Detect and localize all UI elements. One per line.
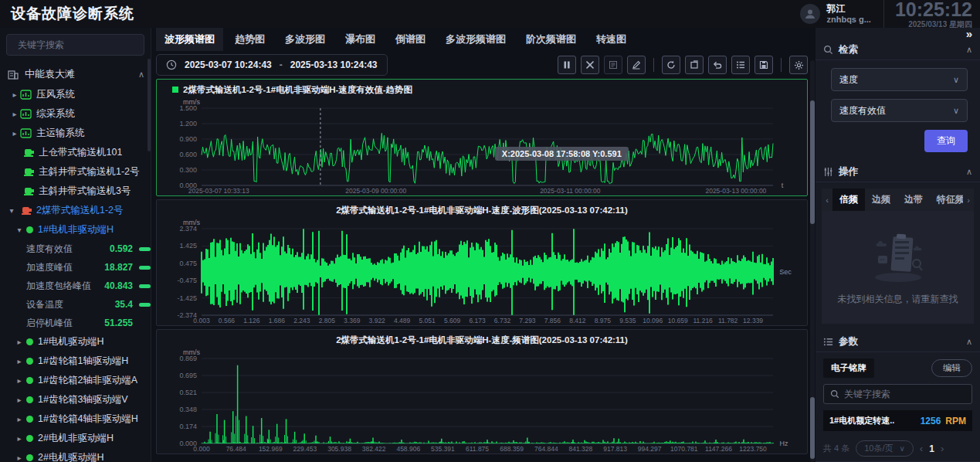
tree-system-node[interactable]: ▸ 压风系统	[0, 85, 151, 104]
metric-type-select[interactable]: 速度有效值 ∨	[831, 99, 968, 122]
edit-button[interactable]: 编辑	[931, 359, 972, 377]
trend-chart-plot[interactable]: 1.5001.2000.9000.6000.3000.000mm/s2025-0…	[160, 97, 804, 195]
avatar	[800, 4, 820, 24]
chart-type-tab[interactable]: 波形频谱图	[156, 28, 223, 51]
expand-arrow-icon[interactable]: ▸	[14, 396, 25, 404]
tree-sensor-node[interactable]: ▸ 1#齿轮箱3轴驱动端V	[0, 390, 151, 409]
operate-section-header[interactable]: 操作 ∧	[816, 161, 980, 182]
main-scrollbar[interactable]	[810, 60, 815, 462]
refresh-button[interactable]	[662, 56, 680, 74]
param-section-header[interactable]: 参数 ∧	[816, 331, 980, 352]
expand-arrow-icon[interactable]: ▸	[14, 338, 25, 346]
collapse-chevron-icon[interactable]: ∧	[966, 337, 972, 347]
metric-row[interactable]: 速度有效值 0.592	[0, 239, 151, 258]
tree-sensor-node[interactable]: ▸ 1#齿轮箱4轴非驱动端H	[0, 409, 151, 429]
svg-text:12.339: 12.339	[743, 317, 763, 324]
frequency-tab[interactable]: 边频	[865, 189, 897, 211]
pencil-annotate-button[interactable]	[627, 56, 646, 74]
spectrum-chart-plot[interactable]: 0.8690.6950.5210.3480.1740.000mm/s0.0007…	[160, 347, 804, 454]
chart-type-tabs: 波形频谱图 趋势图 多波形图 瀑布图 倒谱图 多波形频谱图 阶次频谱图 转速图	[156, 28, 808, 51]
collapse-chevron-icon[interactable]: ∧	[966, 167, 972, 177]
query-button[interactable]: 查询	[924, 130, 968, 152]
param-row[interactable]: 1#电机额定转速.. 1256 RPM	[823, 410, 972, 431]
waveform-chart-plot[interactable]: 2.3741.4250.475-0.475-1.425-2.374mm/s0.0…	[160, 217, 804, 325]
search-section-header[interactable]: 检索 ∧	[816, 39, 980, 60]
page-size-select[interactable]: 10条/页 ∨	[856, 440, 914, 457]
param-search-input[interactable]	[844, 389, 965, 399]
expand-arrow-icon[interactable]: ▸	[9, 90, 20, 99]
prev-page-button[interactable]: ‹	[920, 443, 923, 454]
tree-sensor-node[interactable]: ▸ 1#齿轮箱2轴非驱动端A	[0, 371, 151, 390]
tabs-scroll-left[interactable]: ‹	[822, 195, 832, 205]
expand-arrow-icon[interactable]: ▸	[14, 434, 25, 443]
frequency-tab[interactable]: 倍频	[832, 189, 865, 211]
tree-sensor-node[interactable]: ▸ 1#齿轮箱1轴驱动端H	[0, 352, 151, 371]
metric-row[interactable]: 启停机峰值 51.255	[0, 314, 151, 332]
collapse-chevron-icon[interactable]: ∧	[966, 45, 972, 55]
save-button[interactable]	[754, 56, 773, 74]
system-icon	[20, 90, 32, 100]
chart-type-tab[interactable]: 倒谱图	[387, 28, 434, 51]
pause-button[interactable]	[558, 56, 576, 74]
tree-device-node[interactable]: 主斜井带式输送机1-2号	[0, 162, 151, 182]
expand-arrow-icon[interactable]: ▾	[14, 226, 25, 234]
tree-root-node[interactable]: 中能袁大滩 ∧	[0, 63, 151, 85]
tree-sensor-node-selected[interactable]: ▾ 1#电机非驱动端H	[0, 220, 151, 239]
sidebar-scrollbar[interactable]	[148, 59, 151, 151]
metric-row[interactable]: 加速度包络峰值 40.843	[0, 277, 151, 295]
tree-sensor-node[interactable]: ▸ 2#电机非驱动端H	[0, 429, 151, 448]
mark-list-button[interactable]	[604, 56, 622, 74]
scrollbar-thumb[interactable]	[810, 100, 815, 224]
tree-system-node[interactable]: ▸ 主运输系统	[0, 124, 151, 143]
chart-type-tab[interactable]: 阶次频谱图	[517, 28, 585, 51]
user-info[interactable]: 郭江 znhbqs g...	[800, 3, 870, 25]
tree-system-node[interactable]: ▸ 综采系统	[0, 104, 151, 124]
tabs-scroll-right[interactable]: ›	[963, 195, 974, 205]
expand-arrow-icon[interactable]: ▸	[9, 129, 20, 138]
metric-trend-bar	[139, 303, 151, 307]
param-rows: 1#电机额定转速.. 1256 RPM	[823, 410, 972, 431]
frequency-tab[interactable]: 特征频率	[930, 189, 963, 211]
expand-arrow-icon[interactable]: ▸	[14, 415, 25, 423]
collapse-chevron-icon[interactable]: ∧	[138, 70, 144, 80]
chart-type-tab[interactable]: 转速图	[588, 28, 635, 51]
svg-text:688.359: 688.359	[500, 445, 524, 453]
expand-arrow-icon[interactable]: ▸	[9, 110, 20, 118]
tree-device-node-selected[interactable]: ▾ 2煤带式输送机1-2号	[0, 201, 151, 220]
chart-type-tab[interactable]: 多波形频谱图	[437, 28, 514, 51]
sidebar-search[interactable]	[6, 34, 144, 56]
chart-type-tab[interactable]: 瀑布图	[337, 28, 384, 51]
expand-arrow-icon[interactable]: ▸	[14, 357, 25, 365]
close-crosshair-button[interactable]	[581, 56, 599, 74]
next-page-button[interactable]: ›	[941, 443, 944, 454]
svg-text:5.051: 5.051	[419, 317, 436, 324]
date-range-picker[interactable]: 2025-03-07 10:24:43 - 2025-03-13 10:24:4…	[156, 54, 388, 76]
scrollbar-thumb[interactable]	[810, 397, 815, 459]
zoom-box-button[interactable]	[685, 56, 704, 74]
panel-collapse-icon[interactable]: »	[966, 28, 972, 39]
data-list-button[interactable]	[731, 56, 750, 74]
expand-arrow-icon[interactable]: ▸	[14, 376, 25, 385]
chart-type-tab[interactable]: 多波形图	[276, 28, 334, 51]
expand-arrow-icon[interactable]: ▾	[6, 206, 17, 215]
tree-device-node[interactable]: 主斜井带式输送机3号	[0, 182, 151, 201]
param-search[interactable]	[823, 384, 972, 404]
gear-settings-button[interactable]	[789, 56, 808, 74]
signal-type-select[interactable]: 速度 ∨	[831, 68, 968, 91]
nameplate-tab[interactable]: 电子铭牌	[823, 358, 874, 378]
tree-sensor-node[interactable]: ▸ 2#电机驱动端H	[0, 448, 151, 462]
metric-row[interactable]: 设备温度 35.4	[0, 295, 151, 314]
search-section-title: 检索	[839, 43, 961, 56]
frequency-tab[interactable]: 边带	[897, 189, 930, 211]
metric-row[interactable]: 加速度峰值 18.827	[0, 258, 151, 277]
main-layout: 中能袁大滩 ∧ ▸ 压风系统	[0, 28, 980, 462]
chart-type-tab[interactable]: 趋势图	[226, 28, 273, 51]
system-icon	[20, 128, 32, 138]
tree-device-node[interactable]: 上仓带式输送机101	[0, 143, 151, 162]
sidebar-search-input[interactable]	[18, 39, 137, 50]
svg-text:4.489: 4.489	[394, 317, 411, 324]
expand-arrow-icon[interactable]: ▸	[14, 454, 25, 462]
tree-sensor-node[interactable]: ▸ 1#电机驱动端H	[0, 332, 151, 352]
user-name: 郭江	[826, 3, 870, 14]
undo-button[interactable]	[708, 56, 727, 74]
